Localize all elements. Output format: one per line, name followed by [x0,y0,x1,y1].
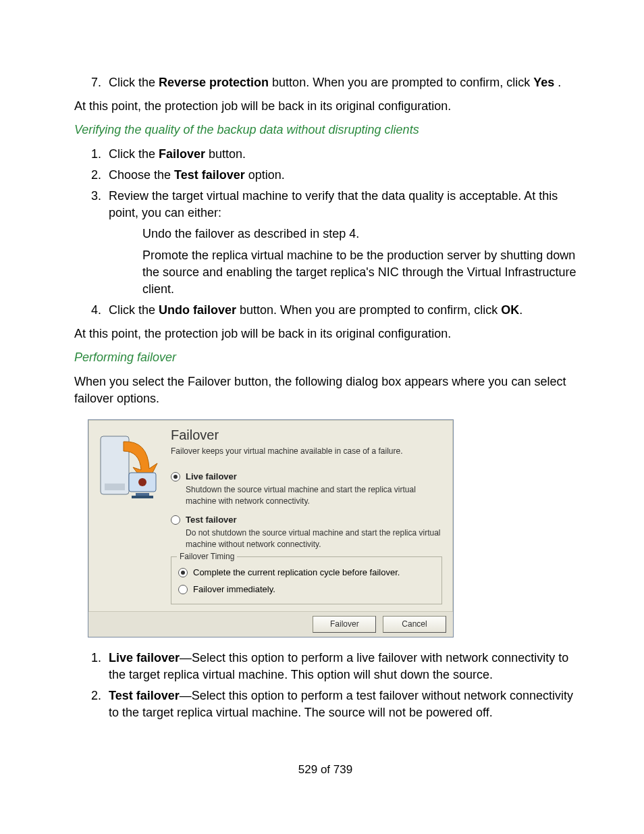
timing-immediate-label: Failover immediately. [193,583,275,596]
radio-icon [171,472,180,481]
v4-bold2: OK [501,303,519,317]
paragraph-intro-failover: When you select the Failover button, the… [74,373,576,407]
v1-prefix: Click the [109,147,159,161]
verify-step-1: Click the Failover button. [105,146,576,163]
step7-bold: Reverse protection [159,76,269,89]
radio-test-desc: Do not shutdown the source virtual machi… [186,527,442,550]
dialog-button-bar: Failover Cancel [88,611,453,637]
dialog-title: Failover [171,425,442,444]
heading-verifying: Verifying the quality of the backup data… [74,122,576,138]
svg-rect-5 [132,496,153,498]
radio-live-desc: Shutdown the source virtual machine and … [186,484,442,507]
step7-bold2: Yes [533,76,554,89]
step7-mid: button. When you are prompted to confirm… [269,76,533,89]
v3-text: Review the target virtual machine to ver… [109,189,558,219]
v2-bold: Test failover [174,168,245,182]
timing-complete-label: Complete the current replication cycle b… [193,567,400,579]
radio-live-label: Live failover [186,471,237,483]
svg-point-3 [138,478,146,486]
verify-step-3a: Undo the failover as described in step 4… [142,226,576,242]
failover-dialog: Failover Failover keeps your virtual mac… [88,419,454,637]
paragraph-after-7: At this point, the protection job will b… [74,98,576,115]
opt1-bold: Live failover [109,651,180,664]
radio-icon [171,515,180,525]
opt2-bold: Test failover [109,689,180,702]
radio-test-failover[interactable]: Test failover [171,514,442,526]
svg-rect-1 [105,484,125,490]
timing-legend: Failover Timing [177,551,237,563]
dialog-subtitle: Failover keeps your virtual machine avai… [171,446,442,457]
v2-suffix: option. [245,168,285,182]
verify-step-2: Choose the Test failover option. [105,167,576,184]
paragraph-after-4: At this point, the protection job will b… [74,325,576,342]
numbered-list-verify: Click the Failover button. Choose the Te… [74,146,576,319]
step-7: Click the Reverse protection button. Whe… [105,74,576,91]
page-number: 529 of 739 [74,762,576,778]
failover-dialog-icon [95,425,169,611]
radio-icon [178,585,188,594]
verify-step-3b: Promote the replica virtual machine to b… [142,247,576,298]
v4-suffix: . [519,303,522,317]
radio-timing-complete[interactable]: Complete the current replication cycle b… [178,567,435,579]
step7-prefix: Click the [109,76,159,89]
cancel-button[interactable]: Cancel [383,616,446,633]
v4-mid: button. When you are prompted to confirm… [236,303,501,317]
verify-step-3: Review the target virtual machine to ver… [105,188,576,298]
v4-bold: Undo failover [159,303,236,317]
heading-performing: Performing failover [74,349,576,366]
option-test-failover: Test failover—Select this option to perf… [105,687,576,721]
v1-suffix: button. [205,147,246,161]
failover-timing-group: Failover Timing Complete the current rep… [171,556,442,604]
verify-step-4: Click the Undo failover button. When you… [105,302,576,319]
numbered-list-top: Click the Reverse protection button. Whe… [74,74,576,91]
failover-button[interactable]: Failover [313,616,376,633]
radio-test-label: Test failover [186,514,237,526]
v4-prefix: Click the [109,303,159,317]
radio-timing-immediate[interactable]: Failover immediately. [178,583,435,596]
v2-prefix: Choose the [109,168,174,182]
radio-icon [178,568,188,577]
option-live-failover: Live failover—Select this option to perf… [105,650,576,683]
svg-rect-4 [136,493,149,496]
step7-suffix: . [554,76,561,89]
v1-bold: Failover [159,147,205,161]
radio-live-failover[interactable]: Live failover [171,471,442,483]
numbered-list-options: Live failover—Select this option to perf… [74,650,576,722]
